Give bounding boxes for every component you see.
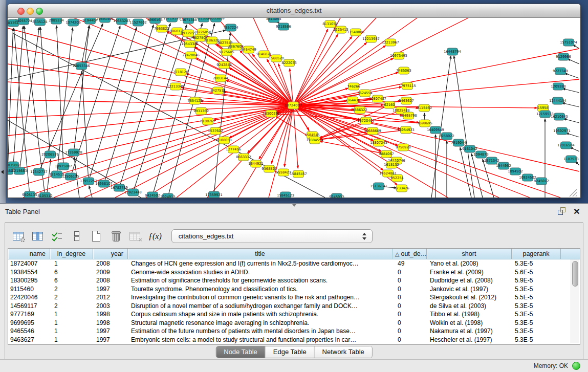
table-cell[interactable]: 0 xyxy=(393,327,427,336)
graph-node[interactable]: 9245033 xyxy=(329,193,344,198)
graph-node[interactable]: 8131054 xyxy=(322,20,337,28)
graph-node[interactable]: 7663822 xyxy=(154,25,169,32)
graph-node[interactable]: 9699695 xyxy=(417,120,432,127)
table-cell[interactable]: 19384554 xyxy=(8,268,50,277)
graph-node[interactable]: 8105312 xyxy=(37,192,52,198)
graph-node[interactable]: 9129966 xyxy=(556,53,571,60)
graph-node[interactable]: 9108058 xyxy=(216,137,231,144)
table-row[interactable]: 1456911722003Disruption of a novel membe… xyxy=(8,302,580,311)
graph-node[interactable]: 1733426 xyxy=(394,185,409,192)
table-cell[interactable]: 2008 xyxy=(93,276,128,285)
graph-node[interactable]: 8100767 xyxy=(200,118,215,125)
function-builder-button[interactable]: ƒ(x) xyxy=(148,230,162,242)
table-cell[interactable]: 0 xyxy=(393,268,427,277)
graph-node[interactable]: 10653287 xyxy=(113,18,130,25)
table-cell[interactable]: 18300295 xyxy=(8,276,50,285)
row-selection-button[interactable] xyxy=(51,230,64,242)
column-header-short[interactable]: short xyxy=(427,249,512,259)
table-cell[interactable]: 0 xyxy=(393,319,427,327)
graph-node[interactable]: 9218586 xyxy=(276,23,291,30)
graph-node[interactable]: 8663332 xyxy=(236,154,251,161)
graph-node[interactable]: 20691406 xyxy=(96,18,114,23)
table-cell[interactable]: 2012 xyxy=(93,293,128,302)
network-canvas[interactable]: 1833544140557248335124208533410742069194… xyxy=(8,18,579,198)
table-cell[interactable]: 5.3E-5 xyxy=(512,259,561,268)
table-cell[interactable]: Tibbo et al. (1998) xyxy=(427,310,512,319)
column-header-name[interactable]: name xyxy=(8,249,50,259)
graph-node[interactable]: 22420046 xyxy=(182,52,200,59)
graph-node[interactable]: 15845457 xyxy=(290,170,307,178)
table-cell[interactable]: Hescheler et al. (1997) xyxy=(427,336,512,344)
graph-node[interactable]: 2085334 xyxy=(49,18,63,24)
graph-node[interactable]: 1615132 xyxy=(384,161,399,168)
table-cell[interactable]: 5.3E-5 xyxy=(512,285,561,294)
graph-node[interactable]: 8335124 xyxy=(32,18,47,26)
graph-node[interactable]: 9175685 xyxy=(219,49,234,56)
graph-node[interactable]: 8186328 xyxy=(204,37,219,44)
table-cell[interactable]: 9699695 xyxy=(8,319,50,327)
new-table-button[interactable] xyxy=(90,230,103,242)
table-cell[interactable]: 2009 xyxy=(93,268,128,277)
table-cell[interactable]: 5.5E-5 xyxy=(512,293,561,302)
graph-node[interactable]: 746266 xyxy=(347,83,360,90)
graph-node[interactable]: 1364436 xyxy=(345,97,360,104)
table-row[interactable]: 946362711997Embryonic stem cells: a mode… xyxy=(8,336,580,344)
table-cell[interactable]: 5.3E-5 xyxy=(512,310,561,319)
graph-node[interactable]: 15845123 xyxy=(277,192,294,198)
table-cell[interactable]: 2 xyxy=(50,293,93,302)
table-cell[interactable]: 5.9E-5 xyxy=(512,276,561,285)
graph-node[interactable]: 2718120 xyxy=(173,69,188,76)
graph-node[interactable]: 1215683 xyxy=(12,167,27,174)
graph-node[interactable]: 10719195 xyxy=(163,18,181,22)
table-cell[interactable]: 18724007 xyxy=(8,259,50,268)
graph-node[interactable]: 8454749 xyxy=(241,46,256,53)
table-settings-button[interactable] xyxy=(12,230,25,242)
table-cell[interactable]: Investigating the contribution of common… xyxy=(128,293,393,302)
column-header-title[interactable]: title xyxy=(128,249,393,259)
graph-node[interactable]: 9463627 xyxy=(399,97,413,104)
citation-graph[interactable]: 1833544140557248335124208533410742069194… xyxy=(8,18,579,198)
table-cell[interactable]: Yano et al. (2008) xyxy=(427,259,512,268)
graph-node[interactable]: 17957253 xyxy=(80,178,97,185)
graph-node[interactable]: 11527602 xyxy=(129,19,147,26)
graph-node[interactable]: 1094873 xyxy=(473,151,488,158)
tab-edge-table[interactable]: Edge Table xyxy=(266,346,315,358)
table-cell[interactable]: Nakamura et al. (1997) xyxy=(427,327,512,336)
graph-node[interactable]: 9756928 xyxy=(396,144,410,151)
graph-node[interactable]: 1558423 xyxy=(276,169,291,176)
table-cell[interactable]: Changes of HCN gene expression and I(f) … xyxy=(128,259,393,268)
table-row[interactable]: 1872400712008Changes of HCN gene express… xyxy=(8,259,580,268)
table-cell[interactable]: 9115460 xyxy=(8,285,50,294)
table-cell[interactable]: 0 xyxy=(393,302,427,311)
table-cell[interactable]: 5.3E-5 xyxy=(512,319,561,327)
merge-tables-button[interactable] xyxy=(71,230,83,242)
graph-node[interactable]: 8813054 xyxy=(266,18,281,23)
table-cell[interactable]: Wolkin et al. (1998) xyxy=(427,319,512,327)
graph-node[interactable]: 15751074 xyxy=(560,39,577,46)
column-header-pagerank[interactable]: pagerank xyxy=(512,249,561,259)
graph-node[interactable]: 14671388 xyxy=(180,18,197,24)
graph-node[interactable]: 17975115 xyxy=(399,82,416,90)
table-cell[interactable]: 1 xyxy=(50,310,93,319)
graph-node[interactable]: 952254 xyxy=(390,174,403,182)
table-cell[interactable]: 5.3E-5 xyxy=(512,336,561,344)
graph-node[interactable]: 3624554 xyxy=(357,90,372,97)
graph-node[interactable]: 9227349 xyxy=(553,68,568,75)
scrollbar-thumb[interactable] xyxy=(572,261,578,287)
graph-node[interactable]: 62160 xyxy=(384,101,395,108)
graph-node[interactable]: 9368521 xyxy=(262,165,276,172)
column-header-year[interactable]: year xyxy=(93,249,128,259)
graph-node[interactable]: 9242848 xyxy=(216,61,231,69)
column-header-in-degree[interactable]: in_degree xyxy=(50,249,93,259)
table-cell[interactable]: 5.3E-5 xyxy=(512,302,561,311)
table-cell[interactable]: Embryonic stem cells: a model to study s… xyxy=(128,336,393,344)
graph-node[interactable]: 2803144 xyxy=(213,75,228,82)
graph-node[interactable]: 6966163 xyxy=(147,18,162,24)
table-cell[interactable]: Stergiakouli et al. (2012) xyxy=(427,293,512,302)
table-cell[interactable]: 1998 xyxy=(93,310,128,319)
table-cell[interactable]: 1997 xyxy=(93,336,128,344)
table-cell[interactable]: 2 xyxy=(50,285,93,294)
graph-node[interactable]: 8958922 xyxy=(439,133,454,140)
graph-node[interactable]: 16448794 xyxy=(444,48,461,55)
table-cell[interactable]: Dudbridge et al. (2008) xyxy=(427,276,512,285)
